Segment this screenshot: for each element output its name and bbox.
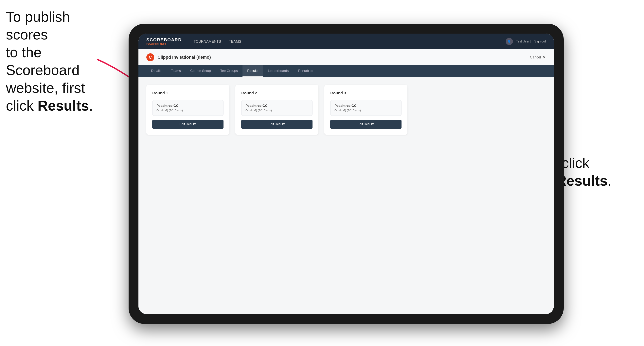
tournament-title-area: C Clippd Invitational (demo) [146,53,211,61]
cancel-button[interactable]: Cancel ✕ [530,55,546,60]
instruction-line1: To publish scores [6,9,70,42]
nav-links: TOURNAMENTS TEAMS [194,39,506,44]
tournament-header: C Clippd Invitational (demo) Cancel ✕ [138,49,554,65]
round-3-title: Round 3 [330,91,402,95]
round-3-course-name: Peachtree GC [334,104,397,108]
round-2-course-detail: Gold (M) (7010 yds) [246,109,308,112]
round-3-course-detail: Gold (M) (7010 yds) [334,109,397,112]
tab-details[interactable]: Details [146,65,166,77]
cancel-x-icon: ✕ [542,55,546,60]
tablet-shell: SCOREBOARD Powered by clippd TOURNAMENTS… [128,24,564,324]
round-2-title: Round 2 [241,91,312,95]
tab-leaderboards[interactable]: Leaderboards [263,65,294,77]
clippd-logo: C [146,53,154,61]
sign-out-link[interactable]: Sign out [534,40,546,43]
logo-area: SCOREBOARD Powered by clippd [146,38,182,45]
round-3-course-card: Peachtree GC Gold (M) (7010 yds) [330,100,402,116]
nav-tournaments[interactable]: TOURNAMENTS [194,39,221,44]
instruction-right-period: . [608,173,612,188]
user-label: Test User | [516,40,531,43]
main-content: Round 1 Peachtree GC Gold (M) (7010 yds)… [138,77,554,314]
tab-course-setup[interactable]: Course Setup [186,65,216,77]
round-1-course-detail: Gold (M) (7010 yds) [156,109,219,112]
tablet-screen: SCOREBOARD Powered by clippd TOURNAMENTS… [138,33,554,314]
round-2-course-name: Peachtree GC [246,104,308,108]
round-1-course-name: Peachtree GC [156,104,219,108]
logo-text: SCOREBOARD [146,38,182,42]
instruction-period: . [89,98,93,114]
round-1-course-card: Peachtree GC Gold (M) (7010 yds) [152,100,224,116]
nav-right: 👤 Test User | Sign out [506,38,546,45]
rounds-grid: Round 1 Peachtree GC Gold (M) (7010 yds)… [146,85,546,135]
nav-teams[interactable]: TEAMS [229,39,241,44]
tab-teams[interactable]: Teams [166,65,186,77]
tournament-title: Clippd Invitational (demo) [158,55,211,60]
tab-tee-groups[interactable]: Tee Groups [216,65,242,77]
user-icon: 👤 [506,38,513,45]
round-1-title: Round 1 [152,91,224,95]
instruction-line3: website, first [6,80,85,96]
instruction-results-bold: Results [38,98,89,114]
round-2-course-card: Peachtree GC Gold (M) (7010 yds) [241,100,312,116]
round-3-edit-results-button[interactable]: Edit Results [330,120,402,129]
instruction-line4-prefix: click [6,98,38,114]
tab-printables[interactable]: Printables [294,65,318,77]
round-2-edit-results-button[interactable]: Edit Results [241,120,312,129]
instruction-left: To publish scores to the Scoreboard webs… [6,8,101,115]
round-3-card: Round 3 Peachtree GC Gold (M) (7010 yds)… [324,85,408,135]
instruction-line2: to the Scoreboard [6,44,80,78]
round-1-card: Round 1 Peachtree GC Gold (M) (7010 yds)… [146,85,230,135]
top-nav: SCOREBOARD Powered by clippd TOURNAMENTS… [138,33,554,49]
round-2-card: Round 2 Peachtree GC Gold (M) (7010 yds)… [235,85,318,135]
round-1-edit-results-button[interactable]: Edit Results [152,120,224,129]
tab-bar: Details Teams Course Setup Tee Groups Re… [138,65,554,77]
tab-results[interactable]: Results [242,65,263,77]
logo-sub: Powered by clippd [146,42,182,45]
